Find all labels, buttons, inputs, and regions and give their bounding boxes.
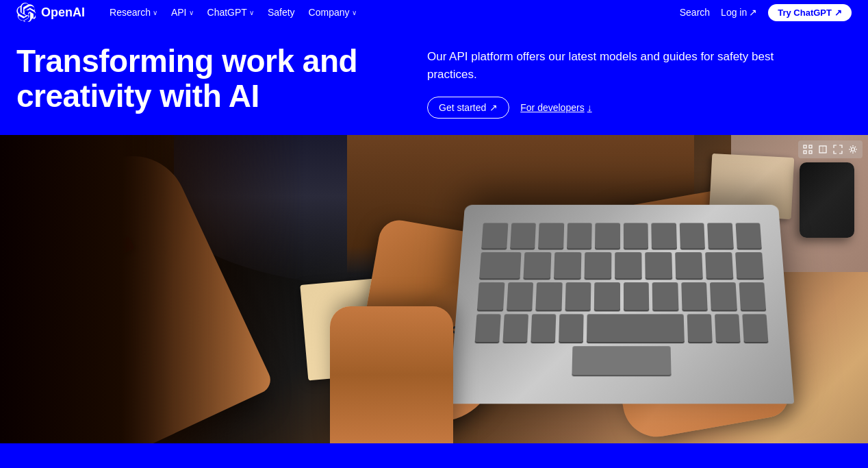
logo-area[interactable]: OpenAI xyxy=(16,3,85,22)
openai-logo-text: OpenAI xyxy=(41,5,85,20)
nav-links: Research ∨ API ∨ ChatGPT ∨ Safety Compan… xyxy=(104,4,361,21)
try-chatgpt-button[interactable]: Try ChatGPT ↗ xyxy=(768,4,852,21)
toolbar-btn-2[interactable] xyxy=(816,143,830,156)
toolbar-btn-1[interactable] xyxy=(801,143,815,156)
openai-logo-icon xyxy=(16,3,36,22)
hero-section: Transforming work and creativity with AI… xyxy=(0,25,868,135)
hero-description: Our API platform offers our latest model… xyxy=(427,48,810,83)
arrow-down-icon: ↓ xyxy=(587,102,592,113)
toolbar-btn-4[interactable] xyxy=(846,143,860,156)
scene-dark-left xyxy=(0,135,304,443)
svg-rect-0 xyxy=(804,145,806,148)
hero-buttons: Get started ↗ For developers ↓ xyxy=(427,97,852,119)
get-started-button[interactable]: Get started ↗ xyxy=(427,97,509,119)
chevron-down-icon: ∨ xyxy=(189,9,194,16)
scene-arm-bottom xyxy=(330,306,453,443)
nav-left: OpenAI Research ∨ API ∨ ChatGPT ∨ Safety… xyxy=(16,3,362,22)
hero-left: Transforming work and creativity with AI xyxy=(16,44,400,113)
hero-title: Transforming work and creativity with AI xyxy=(16,44,400,113)
hero-photo xyxy=(0,135,868,443)
toolbar-btn-3[interactable] xyxy=(831,143,845,156)
chevron-down-icon: ∨ xyxy=(249,9,254,16)
external-link-icon: ↗ xyxy=(749,7,757,18)
nav-company[interactable]: Company ∨ xyxy=(303,4,362,21)
svg-rect-1 xyxy=(809,145,812,148)
for-developers-button[interactable]: For developers ↓ xyxy=(520,102,591,113)
hero-image-container xyxy=(0,135,868,443)
image-toolbar xyxy=(798,140,863,158)
nav-api[interactable]: API ∨ xyxy=(166,4,199,21)
chevron-down-icon: ∨ xyxy=(352,9,357,16)
arrow-icon: ↗ xyxy=(834,8,842,18)
svg-rect-2 xyxy=(804,151,806,153)
scene-phone xyxy=(800,162,854,238)
hero-right: Our API platform offers our latest model… xyxy=(427,44,852,119)
login-link[interactable]: Log in ↗ xyxy=(721,7,757,18)
scene-laptop xyxy=(449,205,794,404)
nav-research[interactable]: Research ∨ xyxy=(104,4,163,21)
svg-rect-3 xyxy=(809,151,812,153)
nav-safety[interactable]: Safety xyxy=(262,4,301,21)
svg-point-6 xyxy=(852,148,855,151)
arrow-icon: ↗ xyxy=(489,102,498,113)
chevron-down-icon: ∨ xyxy=(153,9,157,16)
nav-chatgpt[interactable]: ChatGPT ∨ xyxy=(202,4,259,21)
navbar: OpenAI Research ∨ API ∨ ChatGPT ∨ Safety… xyxy=(0,0,868,25)
nav-right: Search Log in ↗ Try ChatGPT ↗ xyxy=(680,4,852,21)
search-link[interactable]: Search xyxy=(680,7,710,18)
